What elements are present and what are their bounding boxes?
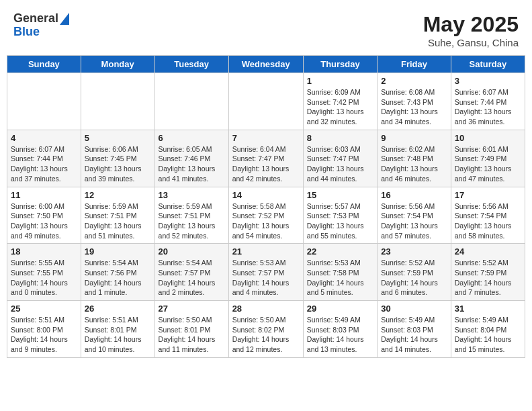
weekday-header: Tuesday	[154, 56, 228, 73]
day-info: Sunrise: 6:03 AM Sunset: 7:47 PM Dayligh…	[307, 144, 373, 184]
day-number: 31	[455, 304, 521, 314]
calendar-cell: 28Sunrise: 5:50 AM Sunset: 8:02 PM Dayli…	[228, 301, 303, 358]
day-info: Sunrise: 5:53 AM Sunset: 7:57 PM Dayligh…	[232, 258, 300, 298]
day-number: 5	[85, 133, 151, 143]
day-info: Sunrise: 5:51 AM Sunset: 8:00 PM Dayligh…	[11, 315, 77, 355]
day-info: Sunrise: 5:56 AM Sunset: 7:54 PM Dayligh…	[381, 201, 447, 241]
calendar-cell: 31Sunrise: 5:49 AM Sunset: 8:04 PM Dayli…	[451, 301, 525, 358]
calendar-table: SundayMondayTuesdayWednesdayThursdayFrid…	[7, 55, 525, 358]
day-info: Sunrise: 5:55 AM Sunset: 7:55 PM Dayligh…	[11, 258, 77, 298]
calendar-cell	[81, 73, 154, 130]
weekday-header: Friday	[378, 56, 451, 73]
calendar-cell: 12Sunrise: 5:59 AM Sunset: 7:51 PM Dayli…	[81, 187, 154, 244]
calendar-cell: 6Sunrise: 6:05 AM Sunset: 7:46 PM Daylig…	[154, 130, 228, 187]
day-number: 6	[159, 133, 225, 143]
day-number: 30	[381, 304, 447, 314]
calendar-cell: 13Sunrise: 5:59 AM Sunset: 7:51 PM Dayli…	[154, 187, 228, 244]
month-title: May 2025	[423, 12, 519, 37]
day-info: Sunrise: 5:50 AM Sunset: 8:01 PM Dayligh…	[159, 315, 225, 355]
calendar-cell: 19Sunrise: 5:54 AM Sunset: 7:56 PM Dayli…	[81, 244, 154, 301]
weekday-header: Sunday	[7, 56, 81, 73]
day-number: 28	[232, 304, 300, 314]
day-info: Sunrise: 5:52 AM Sunset: 7:59 PM Dayligh…	[455, 258, 521, 298]
weekday-header-row: SundayMondayTuesdayWednesdayThursdayFrid…	[7, 56, 525, 73]
day-number: 12	[85, 190, 151, 200]
calendar-cell: 23Sunrise: 5:52 AM Sunset: 7:59 PM Dayli…	[378, 244, 451, 301]
calendar-cell: 20Sunrise: 5:54 AM Sunset: 7:57 PM Dayli…	[154, 244, 228, 301]
day-info: Sunrise: 6:07 AM Sunset: 7:44 PM Dayligh…	[455, 87, 521, 127]
day-number: 9	[381, 133, 447, 143]
day-info: Sunrise: 6:07 AM Sunset: 7:44 PM Dayligh…	[11, 144, 77, 184]
calendar-cell: 14Sunrise: 5:58 AM Sunset: 7:52 PM Dayli…	[228, 187, 303, 244]
calendar-cell: 26Sunrise: 5:51 AM Sunset: 8:01 PM Dayli…	[81, 301, 154, 358]
calendar-week-row: 4Sunrise: 6:07 AM Sunset: 7:44 PM Daylig…	[7, 130, 525, 187]
day-number: 17	[455, 190, 521, 200]
svg-marker-0	[60, 13, 69, 25]
calendar-cell	[7, 73, 81, 130]
calendar-week-row: 25Sunrise: 5:51 AM Sunset: 8:00 PM Dayli…	[7, 301, 525, 358]
weekday-header: Saturday	[451, 56, 525, 73]
calendar-cell: 5Sunrise: 6:06 AM Sunset: 7:45 PM Daylig…	[81, 130, 154, 187]
day-number: 24	[455, 246, 521, 257]
day-number: 21	[232, 246, 300, 257]
day-info: Sunrise: 5:54 AM Sunset: 7:56 PM Dayligh…	[85, 258, 151, 298]
day-number: 11	[11, 190, 77, 200]
day-number: 16	[381, 190, 447, 200]
day-number: 26	[85, 304, 151, 314]
day-info: Sunrise: 6:06 AM Sunset: 7:45 PM Dayligh…	[85, 144, 151, 184]
day-info: Sunrise: 5:49 AM Sunset: 8:03 PM Dayligh…	[381, 315, 447, 355]
day-info: Sunrise: 6:01 AM Sunset: 7:49 PM Dayligh…	[455, 144, 521, 184]
day-info: Sunrise: 5:49 AM Sunset: 8:04 PM Dayligh…	[455, 315, 521, 355]
calendar-cell: 30Sunrise: 5:49 AM Sunset: 8:03 PM Dayli…	[378, 301, 451, 358]
calendar-cell: 7Sunrise: 6:04 AM Sunset: 7:47 PM Daylig…	[228, 130, 303, 187]
calendar-cell: 18Sunrise: 5:55 AM Sunset: 7:55 PM Dayli…	[7, 244, 81, 301]
calendar-cell	[228, 73, 303, 130]
calendar-cell: 9Sunrise: 6:02 AM Sunset: 7:48 PM Daylig…	[378, 130, 451, 187]
day-info: Sunrise: 6:09 AM Sunset: 7:42 PM Dayligh…	[307, 87, 373, 127]
calendar-cell: 16Sunrise: 5:56 AM Sunset: 7:54 PM Dayli…	[378, 187, 451, 244]
day-info: Sunrise: 5:50 AM Sunset: 8:02 PM Dayligh…	[232, 315, 300, 355]
calendar-cell: 2Sunrise: 6:08 AM Sunset: 7:43 PM Daylig…	[378, 73, 451, 130]
calendar-cell	[154, 73, 228, 130]
day-number: 20	[159, 246, 225, 257]
calendar-week-row: 11Sunrise: 6:00 AM Sunset: 7:50 PM Dayli…	[7, 187, 525, 244]
day-info: Sunrise: 5:53 AM Sunset: 7:58 PM Dayligh…	[307, 258, 373, 298]
day-info: Sunrise: 5:54 AM Sunset: 7:57 PM Dayligh…	[159, 258, 225, 298]
day-info: Sunrise: 5:51 AM Sunset: 8:01 PM Dayligh…	[85, 315, 151, 355]
calendar-cell: 24Sunrise: 5:52 AM Sunset: 7:59 PM Dayli…	[451, 244, 525, 301]
title-block: May 2025 Suhe, Gansu, China	[423, 12, 519, 48]
weekday-header: Wednesday	[228, 56, 303, 73]
day-info: Sunrise: 5:59 AM Sunset: 7:51 PM Dayligh…	[85, 201, 151, 241]
calendar-week-row: 1Sunrise: 6:09 AM Sunset: 7:42 PM Daylig…	[7, 73, 525, 130]
calendar-week-row: 18Sunrise: 5:55 AM Sunset: 7:55 PM Dayli…	[7, 244, 525, 301]
calendar-cell: 10Sunrise: 6:01 AM Sunset: 7:49 PM Dayli…	[451, 130, 525, 187]
calendar-cell: 4Sunrise: 6:07 AM Sunset: 7:44 PM Daylig…	[7, 130, 81, 187]
day-info: Sunrise: 6:00 AM Sunset: 7:50 PM Dayligh…	[11, 201, 77, 241]
day-info: Sunrise: 6:02 AM Sunset: 7:48 PM Dayligh…	[381, 144, 447, 184]
day-number: 3	[455, 76, 521, 86]
calendar-cell: 22Sunrise: 5:53 AM Sunset: 7:58 PM Dayli…	[303, 244, 377, 301]
calendar-cell: 17Sunrise: 5:56 AM Sunset: 7:54 PM Dayli…	[451, 187, 525, 244]
day-info: Sunrise: 6:08 AM Sunset: 7:43 PM Dayligh…	[381, 87, 447, 127]
day-number: 4	[11, 133, 77, 143]
day-number: 25	[11, 304, 77, 314]
day-info: Sunrise: 5:49 AM Sunset: 8:03 PM Dayligh…	[307, 315, 373, 355]
day-number: 1	[307, 76, 373, 86]
calendar-cell: 1Sunrise: 6:09 AM Sunset: 7:42 PM Daylig…	[303, 73, 377, 130]
logo: General Blue	[13, 12, 69, 39]
day-info: Sunrise: 5:57 AM Sunset: 7:53 PM Dayligh…	[307, 201, 373, 241]
day-number: 2	[381, 76, 447, 86]
day-info: Sunrise: 5:59 AM Sunset: 7:51 PM Dayligh…	[159, 201, 225, 241]
logo-general: General	[13, 12, 58, 26]
calendar-cell: 29Sunrise: 5:49 AM Sunset: 8:03 PM Dayli…	[303, 301, 377, 358]
day-info: Sunrise: 6:04 AM Sunset: 7:47 PM Dayligh…	[232, 144, 300, 184]
day-number: 14	[232, 190, 300, 200]
calendar-cell: 25Sunrise: 5:51 AM Sunset: 8:00 PM Dayli…	[7, 301, 81, 358]
calendar-header: General Blue May 2025 Suhe, Gansu, China	[7, 7, 525, 51]
calendar-cell: 27Sunrise: 5:50 AM Sunset: 8:01 PM Dayli…	[154, 301, 228, 358]
calendar-cell: 15Sunrise: 5:57 AM Sunset: 7:53 PM Dayli…	[303, 187, 377, 244]
calendar-cell: 11Sunrise: 6:00 AM Sunset: 7:50 PM Dayli…	[7, 187, 81, 244]
day-info: Sunrise: 6:05 AM Sunset: 7:46 PM Dayligh…	[159, 144, 225, 184]
day-number: 29	[307, 304, 373, 314]
day-number: 7	[232, 133, 300, 143]
